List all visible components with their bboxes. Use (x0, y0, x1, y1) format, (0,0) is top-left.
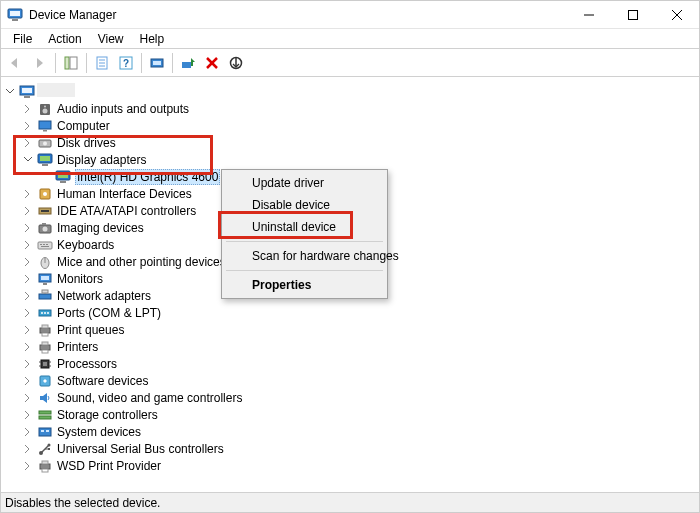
svg-rect-76 (39, 416, 51, 419)
expand-toggle-icon[interactable] (3, 85, 17, 99)
minimize-button[interactable] (567, 1, 611, 29)
toolbar: ? (1, 49, 699, 77)
expand-toggle-icon[interactable] (21, 459, 35, 473)
context-menu-item[interactable]: Uninstall device (224, 216, 385, 238)
svg-rect-55 (39, 294, 51, 299)
speaker-icon (37, 101, 53, 117)
svg-point-39 (43, 192, 47, 196)
expand-toggle-icon[interactable] (21, 221, 35, 235)
computer-icon (37, 118, 53, 134)
tree-category[interactable]: Audio inputs and outputs (21, 100, 699, 117)
context-menu-separator (226, 270, 383, 271)
context-menu: Update driverDisable deviceUninstall dev… (221, 169, 388, 299)
expand-toggle-icon[interactable] (21, 323, 35, 337)
expand-toggle-icon[interactable] (21, 357, 35, 371)
expand-toggle-icon[interactable] (21, 102, 35, 116)
scan-hardware-button[interactable] (146, 52, 168, 74)
menubar: File Action View Help (1, 29, 699, 49)
expand-toggle-icon[interactable] (21, 153, 35, 167)
display-icon (37, 152, 53, 168)
svg-rect-83 (40, 464, 50, 469)
tree-category[interactable]: Disk drives (21, 134, 699, 151)
svg-rect-24 (24, 96, 30, 98)
context-menu-item[interactable]: Update driver (224, 172, 385, 194)
disable-button[interactable] (225, 52, 247, 74)
status-bar: Disables the selected device. (1, 492, 699, 512)
tree-category[interactable]: Processors (21, 355, 699, 372)
tree-node-label: Network adapters (57, 289, 151, 303)
update-driver-button[interactable] (177, 52, 199, 74)
svg-rect-56 (42, 290, 48, 293)
tree-category[interactable]: Print queues (21, 321, 699, 338)
svg-rect-85 (42, 469, 48, 472)
spacer (39, 170, 53, 184)
maximize-button[interactable] (611, 1, 655, 29)
properties-button[interactable] (91, 52, 113, 74)
expand-toggle-icon[interactable] (21, 374, 35, 388)
expand-toggle-icon[interactable] (21, 255, 35, 269)
tree-root-node[interactable] (3, 83, 699, 100)
svg-rect-79 (46, 430, 49, 432)
svg-rect-16 (153, 61, 161, 65)
expand-toggle-icon[interactable] (21, 187, 35, 201)
tree-category[interactable]: Printers (21, 338, 699, 355)
svg-rect-78 (41, 430, 44, 432)
expand-toggle-icon[interactable] (21, 306, 35, 320)
expand-toggle-icon[interactable] (21, 238, 35, 252)
svg-rect-82 (48, 448, 50, 450)
close-button[interactable] (655, 1, 699, 29)
uninstall-button[interactable] (201, 52, 223, 74)
expand-toggle-icon[interactable] (21, 340, 35, 354)
expand-toggle-icon[interactable] (21, 391, 35, 405)
svg-rect-4 (629, 10, 638, 19)
tree-category[interactable]: WSD Print Provider (21, 457, 699, 474)
forward-button[interactable] (29, 52, 51, 74)
tree-node-label: Software devices (57, 374, 148, 388)
tree-category[interactable]: System devices (21, 423, 699, 440)
menu-view[interactable]: View (90, 30, 132, 48)
context-menu-item[interactable]: Scan for hardware changes (224, 245, 385, 267)
tree-category[interactable]: Sound, video and game controllers (21, 389, 699, 406)
svg-rect-7 (65, 57, 69, 69)
tree-category[interactable]: Universal Serial Bus controllers (21, 440, 699, 457)
hid-icon (37, 186, 53, 202)
expand-toggle-icon[interactable] (21, 204, 35, 218)
tree-category[interactable]: Ports (COM & LPT) (21, 304, 699, 321)
tree-category[interactable]: Storage controllers (21, 406, 699, 423)
redacted-root-name (37, 83, 75, 97)
tree-category[interactable]: Display adapters (21, 151, 699, 168)
show-hide-tree-button[interactable] (60, 52, 82, 74)
svg-point-27 (44, 105, 46, 107)
tree-node-label: Imaging devices (57, 221, 144, 235)
tree-category[interactable]: Computer (21, 117, 699, 134)
expand-toggle-icon[interactable] (21, 136, 35, 150)
context-menu-item[interactable]: Properties (224, 274, 385, 296)
expand-toggle-icon[interactable] (21, 442, 35, 456)
cpu-icon (37, 356, 53, 372)
expand-toggle-icon[interactable] (21, 272, 35, 286)
usb-icon (37, 441, 53, 457)
expand-toggle-icon[interactable] (21, 425, 35, 439)
svg-rect-69 (43, 362, 47, 366)
menu-file[interactable]: File (5, 30, 40, 48)
back-button[interactable] (5, 52, 27, 74)
expand-toggle-icon[interactable] (21, 408, 35, 422)
menu-help[interactable]: Help (132, 30, 173, 48)
tree-node-label: Intel(R) HD Graphics 4600 (75, 169, 220, 185)
menu-action[interactable]: Action (40, 30, 89, 48)
expand-toggle-icon[interactable] (21, 289, 35, 303)
expand-toggle-icon[interactable] (21, 119, 35, 133)
keyboard-icon (37, 237, 53, 253)
svg-point-31 (43, 141, 47, 145)
context-menu-item[interactable]: Disable device (224, 194, 385, 216)
tree-category[interactable]: Software devices (21, 372, 699, 389)
svg-rect-37 (60, 181, 66, 183)
svg-text:?: ? (123, 58, 129, 69)
svg-rect-53 (41, 276, 49, 280)
svg-rect-36 (58, 173, 68, 178)
help-button[interactable]: ? (115, 52, 137, 74)
disk-icon (37, 135, 53, 151)
svg-point-59 (41, 312, 43, 314)
svg-rect-45 (38, 242, 52, 249)
mouse-icon (37, 254, 53, 270)
